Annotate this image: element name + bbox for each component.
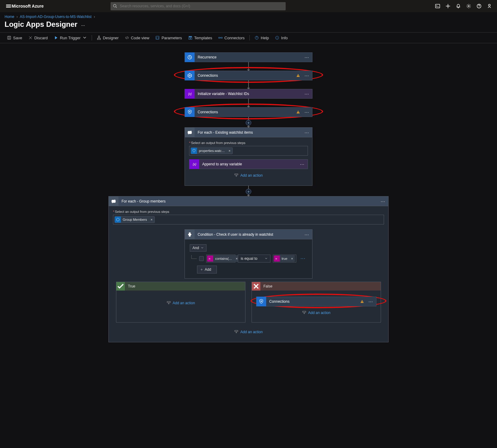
azure-ad-icon xyxy=(185,71,195,80)
code-view-button[interactable]: Code view xyxy=(122,34,152,41)
page-title-more-icon[interactable]: … xyxy=(81,22,85,27)
directories-icon[interactable] xyxy=(443,0,453,12)
close-icon xyxy=(28,36,33,40)
connector-icon xyxy=(218,36,223,40)
svg-rect-10 xyxy=(99,39,100,40)
append-array-card[interactable]: {x} Append to array variable ··· xyxy=(189,159,308,169)
connections-card-3[interactable]: Connections ··· xyxy=(256,297,376,306)
designer-canvas[interactable]: Recurrence ··· Connections ··· {x} Initi… xyxy=(0,43,497,361)
card-more-icon[interactable]: ··· xyxy=(301,91,312,96)
add-action-row: Add an action xyxy=(256,306,376,319)
token-remove-icon[interactable]: × xyxy=(227,149,232,153)
true-branch[interactable]: True Add an action xyxy=(116,282,245,323)
top-bar: Microsoft Azure xyxy=(0,0,497,12)
breadcrumb-item[interactable]: AS-Import-AD-Group-Users-to-MS-Watchlist xyxy=(20,15,92,19)
plus-icon xyxy=(200,268,203,271)
connector-plus: + xyxy=(246,186,251,196)
condition-operator-select[interactable]: is equal to xyxy=(238,255,270,263)
svg-rect-16 xyxy=(221,37,222,38)
info-icon xyxy=(275,36,279,40)
run-trigger-button[interactable]: Run Trigger xyxy=(51,34,89,41)
foreach-group-members-container[interactable]: For each - Group members ··· *Select an … xyxy=(108,196,389,342)
true-header: True xyxy=(116,282,245,291)
settings-icon[interactable] xyxy=(464,0,473,12)
connections-card-2[interactable]: Connections ··· xyxy=(185,107,312,117)
output-token[interactable]: Group Members × xyxy=(115,216,155,223)
brackets-icon xyxy=(155,36,160,40)
card-more-icon[interactable]: ··· xyxy=(301,232,312,237)
svg-rect-14 xyxy=(190,37,192,39)
card-title: Connections xyxy=(195,73,296,78)
hamburger-menu[interactable] xyxy=(3,4,9,8)
svg-rect-25 xyxy=(112,200,115,203)
feedback-icon[interactable] xyxy=(485,0,494,12)
output-select-label: *Select an output from previous steps xyxy=(189,141,308,145)
foreach-header[interactable]: For each - Existing watchlist items ··· xyxy=(185,128,312,137)
save-icon xyxy=(7,36,11,40)
connectors-button[interactable]: Connectors xyxy=(216,34,247,41)
condition-left-field[interactable]: fx contains(… × xyxy=(206,255,235,263)
card-more-icon[interactable]: ··· xyxy=(297,162,308,167)
connections-card-1[interactable]: Connections ··· xyxy=(185,71,312,80)
output-select-input[interactable]: properties.watc… × xyxy=(189,146,308,156)
output-select-input[interactable]: Group Members × xyxy=(113,215,384,224)
breadcrumb-home[interactable]: Home xyxy=(5,15,14,19)
false-branch[interactable]: False Connections ··· xyxy=(252,282,381,323)
foreach-header[interactable]: For each - Group members ··· xyxy=(109,196,388,206)
cloud-shell-icon[interactable] xyxy=(433,0,442,12)
condition-add-button[interactable]: Add xyxy=(197,266,217,273)
condition-header[interactable]: Condition - Check if user is already in … xyxy=(185,230,312,239)
card-more-icon[interactable]: ··· xyxy=(378,199,388,204)
card-more-icon[interactable]: ··· xyxy=(301,73,312,78)
svg-text:fx: fx xyxy=(209,258,211,260)
recurrence-card[interactable]: Recurrence ··· xyxy=(185,52,312,62)
plus-button[interactable]: + xyxy=(246,189,251,194)
sentinel-icon xyxy=(185,107,195,117)
discard-button[interactable]: Discard xyxy=(26,34,50,41)
add-action-link[interactable]: Add an action xyxy=(173,301,195,305)
svg-rect-12 xyxy=(189,36,192,37)
card-more-icon[interactable]: ··· xyxy=(301,130,312,135)
warning-icon xyxy=(296,110,300,114)
svg-point-6 xyxy=(488,4,490,6)
separator xyxy=(92,35,92,41)
variable-icon: {x} xyxy=(185,89,195,99)
templates-button[interactable]: Templates xyxy=(186,34,215,41)
recurrence-icon xyxy=(185,52,195,62)
search-box[interactable] xyxy=(111,2,286,10)
svg-line-1 xyxy=(116,7,117,8)
foreach-watchlist-items-container[interactable]: For each - Existing watchlist items ··· … xyxy=(185,127,312,186)
add-action-link[interactable]: Add an action xyxy=(240,173,263,178)
and-dropdown[interactable]: And xyxy=(190,244,206,252)
token-remove-icon[interactable]: × xyxy=(149,218,154,221)
init-variable-card[interactable]: {x} Initialize variable - Watchlist IDs … xyxy=(185,89,312,99)
add-action-link[interactable]: Add an action xyxy=(308,311,330,315)
svg-text:{x}: {x} xyxy=(193,163,196,166)
output-select-label: *Select an output from previous steps xyxy=(113,210,384,213)
condition-right-field[interactable]: fx true × xyxy=(273,255,296,263)
condition-row-more-icon[interactable]: ··· xyxy=(299,256,307,261)
svg-rect-7 xyxy=(8,36,11,40)
search-input[interactable] xyxy=(119,4,283,9)
help-icon[interactable] xyxy=(474,0,484,12)
output-token[interactable]: properties.watc… × xyxy=(191,147,233,154)
plus-button[interactable]: + xyxy=(246,120,251,125)
parameters-button[interactable]: Parameters xyxy=(153,34,184,41)
info-button[interactable]: Info xyxy=(273,34,290,41)
token-remove-icon[interactable]: × xyxy=(289,257,295,260)
condition-row-checkbox[interactable] xyxy=(199,256,204,261)
designer-button[interactable]: Designer xyxy=(94,34,121,41)
card-more-icon[interactable]: ··· xyxy=(365,299,376,304)
help-button[interactable]: Help xyxy=(252,34,271,41)
card-more-icon[interactable]: ··· xyxy=(301,55,312,60)
condition-container[interactable]: Condition - Check if user is already in … xyxy=(185,229,312,279)
card-more-icon[interactable]: ··· xyxy=(301,110,312,115)
save-button[interactable]: Save xyxy=(5,34,25,41)
connector xyxy=(248,99,249,107)
svg-rect-15 xyxy=(219,37,220,38)
notifications-icon[interactable] xyxy=(454,0,463,12)
add-action-icon xyxy=(234,330,238,334)
add-action-link[interactable]: Add an action xyxy=(240,330,263,334)
page-title: Logic Apps Designer xyxy=(5,20,77,29)
svg-text:{x}: {x} xyxy=(188,92,192,96)
